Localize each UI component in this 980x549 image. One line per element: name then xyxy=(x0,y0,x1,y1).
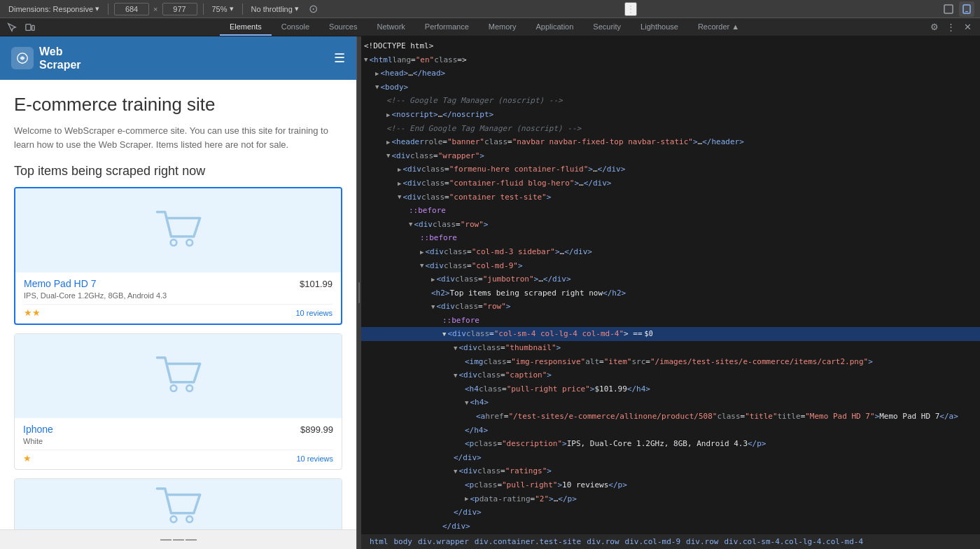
svg-point-7 xyxy=(186,240,192,246)
more-tabs-icon[interactable]: ⋮ xyxy=(944,20,959,35)
tree-div-row-2[interactable]: ▼ <div class="row" > xyxy=(361,300,980,314)
svg-point-10 xyxy=(170,517,176,523)
tree-body[interactable]: ▼ <body> xyxy=(361,81,980,95)
dimension-separator: × xyxy=(153,5,158,13)
toolbar-divider-3 xyxy=(242,4,243,15)
product-card-3[interactable] xyxy=(14,478,342,529)
tab-network[interactable]: Network xyxy=(367,18,414,36)
product-image-2 xyxy=(15,334,342,418)
settings-icon[interactable]: ⊙ xyxy=(306,1,321,17)
tree-div-wrapper[interactable]: ▼ <div class="wrapper" > xyxy=(361,149,980,163)
tree-comment-1[interactable]: <!-- Google Tag Manager (noscript) --> xyxy=(361,94,980,108)
tree-div-ratings[interactable]: ▼ <div class="ratings" > xyxy=(361,464,980,478)
cart-icon-2 xyxy=(154,352,203,401)
tab-elements[interactable]: Elements xyxy=(220,18,272,36)
svg-rect-1 xyxy=(963,5,970,13)
tree-div-col-md-9[interactable]: ▼ <div class="col-md-9" > xyxy=(361,259,980,273)
tree-header[interactable]: ▶ <header role="banner" class="navbar na… xyxy=(361,135,980,149)
inspect-element-icon[interactable] xyxy=(4,20,20,35)
device-mode-icon[interactable] xyxy=(22,20,38,35)
tree-div-caption-close[interactable]: </div> xyxy=(361,451,980,465)
tab-performance[interactable]: Performance xyxy=(415,18,479,36)
settings-gear-icon[interactable]: ⚙ xyxy=(927,20,942,35)
tree-doctype[interactable]: <!DOCTYPE html> xyxy=(361,39,980,53)
tree-div-row-1[interactable]: ▼ <div class="row" > xyxy=(361,218,980,232)
more-options-button[interactable]: ⋮ xyxy=(624,2,637,16)
product-title-row-2: Iphone $899.99 xyxy=(23,424,333,435)
tree-div-thumbnail[interactable]: ▼ <div class="thumbnail" > xyxy=(361,341,980,355)
tree-head[interactable]: ▶ <head> … </head> xyxy=(361,67,980,81)
throttling-selector[interactable]: No throttling ▾ xyxy=(248,3,302,15)
hero-title: E-commerce training site xyxy=(14,94,342,116)
product-card-iphone[interactable]: Iphone $899.99 White ★ 10 reviews xyxy=(14,333,342,470)
product-reviews-2: 10 reviews xyxy=(296,454,333,463)
tree-div-sidebar[interactable]: ▶ <div class="col-md-3 sidebar" > … </di… xyxy=(361,245,980,259)
breadcrumb-div-container[interactable]: div.container.test-site xyxy=(472,537,584,546)
tree-pseudo-before-3[interactable]: ::before xyxy=(361,314,980,328)
breadcrumb-html[interactable]: html xyxy=(367,537,391,546)
breadcrumb-body[interactable]: body xyxy=(391,537,416,546)
tab-memory[interactable]: Memory xyxy=(479,18,526,36)
tree-comment-2[interactable]: <!-- End Google Tag Manager (noscript) -… xyxy=(361,122,980,136)
tree-h2[interactable]: <h2> Top items being scraped right now <… xyxy=(361,286,980,300)
tab-console[interactable]: Console xyxy=(272,18,319,36)
preview-nav-dots xyxy=(160,539,197,541)
breadcrumb-div-wrapper[interactable]: div.wrapper xyxy=(415,537,472,546)
dimensions-selector[interactable]: Dimensions: Responsive ▾ xyxy=(6,3,102,15)
tree-html[interactable]: ▼ <html lang="en" class=> xyxy=(361,53,980,67)
tree-h4-close[interactable]: </h4> xyxy=(361,424,980,438)
tree-p-reviews[interactable]: <p class="pull-right" > 10 reviews </p> xyxy=(361,478,980,492)
dimensions-label: Dimensions: Responsive xyxy=(8,5,93,13)
top-toolbar: Dimensions: Responsive ▾ × 75% ▾ No thro… xyxy=(0,0,980,18)
tab-application[interactable]: Application xyxy=(526,18,584,36)
tree-pseudo-before-1[interactable]: ::before xyxy=(361,204,980,218)
product-card-memo-pad[interactable]: div.col-sm-4.col-lg-4.col-md-4 684×270 M… xyxy=(14,187,342,325)
product-desc-2: White xyxy=(23,437,333,445)
tree-div-ratings-close[interactable]: </div> xyxy=(361,506,980,520)
tab-lighthouse[interactable]: Lighthouse xyxy=(631,18,688,36)
breadcrumb-div-row-2[interactable]: div.row xyxy=(683,537,721,546)
tree-h4-price[interactable]: <h4 class="pull-right price" > $101.99 <… xyxy=(361,382,980,396)
tree-div-formenu[interactable]: ▶ <div class="formenu-here container-flu… xyxy=(361,162,980,176)
tree-h4-open[interactable]: ▼ <h4> xyxy=(361,396,980,410)
tree-anchor-title[interactable]: <a href="/test-sites/e-commerce/allinone… xyxy=(361,410,980,424)
dropdown-arrow-icon: ▾ xyxy=(95,4,99,13)
device-toggle-icon[interactable] xyxy=(959,1,974,17)
inspect-icon[interactable] xyxy=(941,1,956,17)
toolbar-divider-1 xyxy=(108,4,108,15)
site-hero: E-commerce training site Welcome to WebS… xyxy=(0,80,356,158)
tree-pseudo-before-2[interactable]: ::before xyxy=(361,231,980,245)
hero-description: Welcome to WebScraper e-commerce site. Y… xyxy=(14,124,342,151)
product-title-1[interactable]: Memo Pad HD 7 xyxy=(24,278,96,289)
breadcrumb-div-col-md-9[interactable]: div.col-md-9 xyxy=(622,537,683,546)
tree-div-jumbotron[interactable]: ▶ <div class="jumbotron" > … </div> xyxy=(361,272,980,286)
product-image-1 xyxy=(15,188,341,272)
tab-sources[interactable]: Sources xyxy=(319,18,367,36)
svg-rect-2 xyxy=(965,11,968,12)
height-input[interactable] xyxy=(162,3,197,15)
product-price-1: $101.99 xyxy=(300,279,332,289)
product-title-2[interactable]: Iphone xyxy=(23,424,53,435)
zoom-selector[interactable]: 75% ▾ xyxy=(209,3,237,15)
product-title-row-1: Memo Pad HD 7 $101.99 xyxy=(24,278,332,289)
tree-img[interactable]: <img class="img-responsive" alt="item" s… xyxy=(361,355,980,369)
close-devtools-icon[interactable]: ✕ xyxy=(960,20,976,35)
tree-div-caption[interactable]: ▼ <div class="caption" > xyxy=(361,368,980,382)
width-input[interactable] xyxy=(114,3,149,15)
breadcrumb-div-col-sm-4[interactable]: div.col-sm-4.col-lg-4.col-md-4 xyxy=(721,537,866,546)
tree-div-col-sm-4-selected[interactable]: ▼ <div class="col-sm-4 col-lg-4 col-md-4… xyxy=(361,327,980,341)
hamburger-menu-icon[interactable]: ☰ xyxy=(334,50,345,66)
svg-point-6 xyxy=(170,240,176,246)
breadcrumb-div-row[interactable]: div.row xyxy=(584,537,622,546)
logo-icon xyxy=(11,47,34,69)
tab-security[interactable]: Security xyxy=(583,18,631,36)
preview-panel: WebScraper ☰ E-commerce training site We… xyxy=(0,36,357,549)
tree-div-thumbnail-close[interactable]: </div> xyxy=(361,520,980,534)
tree-p-description[interactable]: <p class="description" > IPS, Dual-Core … xyxy=(361,437,980,451)
tab-recorder[interactable]: Recorder ▲ xyxy=(688,18,749,36)
tree-noscript[interactable]: ▶ <noscript> … </noscript> xyxy=(361,108,980,122)
tree-div-blog-hero[interactable]: ▶ <div class="container-fluid blog-hero"… xyxy=(361,176,980,190)
website-content: WebScraper ☰ E-commerce training site We… xyxy=(0,36,356,529)
tree-p-rating[interactable]: ▶ <p data-rating="2" > … </p> xyxy=(361,492,980,506)
tree-div-container[interactable]: ▼ <div class="container test-site" > xyxy=(361,190,980,204)
